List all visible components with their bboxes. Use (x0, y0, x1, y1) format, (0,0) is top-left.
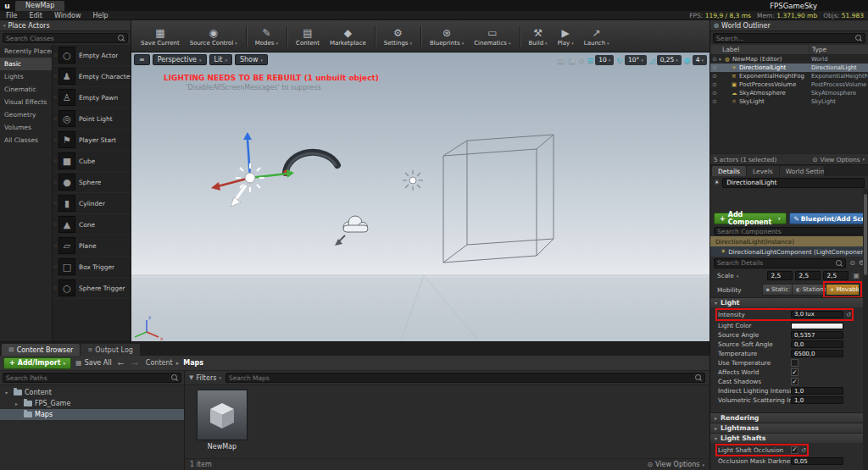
place-actors-header[interactable]: ▾ Place Actors (0, 20, 131, 31)
snap-control[interactable]: ◉ 4▾ (684, 55, 707, 65)
outliner-actor-row[interactable]: ⊙ ☼ SkyLight SkyLight (710, 97, 868, 106)
property-checkbox[interactable] (791, 378, 798, 385)
placeable-actor-item[interactable]: ⁞⁞ ○ Sphere Trigger (53, 278, 131, 299)
asset-grid[interactable]: NewMap 1 item ⊙ View Options ▾ (185, 385, 709, 470)
outliner-actor-row[interactable]: ⊙ ☁ SkyAtmosphere SkyAtmosphere (710, 89, 868, 97)
reset-to-default-icon[interactable]: ↺ (846, 311, 851, 318)
toolbar-button[interactable]: ▶ Play ▾ (553, 21, 579, 52)
search-assets-input[interactable]: Search Maps (225, 373, 705, 383)
folder-tree-item[interactable]: ▸ FPS_Game (0, 398, 184, 409)
menu-item[interactable]: Window (48, 12, 87, 19)
placeable-actor-item[interactable]: ⁞⁞ ◎ Point Light (53, 108, 131, 130)
search-components-input[interactable]: Search Components (714, 227, 865, 235)
expander-caret-icon[interactable]: ▸ (15, 401, 21, 406)
snap-control[interactable]: ◿ 0,25▾ (649, 55, 682, 65)
scale-value-input[interactable]: 2,5 (795, 271, 821, 280)
toolbar-button[interactable]: ◆ Marketplace (325, 21, 371, 52)
category-item[interactable]: Geometry (0, 108, 52, 121)
transform-tool-icon[interactable]: ◨ (568, 56, 576, 64)
placeable-actor-item[interactable]: ⁞⁞ ⚑ Player Start (53, 130, 131, 151)
forward-button[interactable]: → (130, 359, 140, 368)
details-tab[interactable]: Details (712, 166, 746, 176)
add-import-button[interactable]: + Add/Import ▾ (3, 357, 71, 369)
lock-icon[interactable]: ▣ (853, 272, 860, 279)
category-item[interactable]: Lights (0, 70, 52, 83)
menu-item[interactable]: Edit (23, 12, 48, 19)
world-outliner-header[interactable]: ◍ World Outliner (710, 20, 868, 31)
transform-tool-icon[interactable]: ↺ (578, 56, 585, 64)
mobility-option-button[interactable]: ◐ Stationary (792, 284, 826, 296)
outliner-actor-row[interactable]: ⊙ ☀ DirectionalLight DirectionalLight (710, 64, 868, 72)
dock-tab[interactable]: ▤ Content Browser (2, 344, 80, 356)
details-tab[interactable]: Levels (747, 166, 779, 176)
menu-item[interactable]: File (0, 12, 23, 19)
search-details-input[interactable]: Search Details (714, 258, 846, 268)
scale-value-input[interactable]: 2,5 (767, 271, 793, 280)
visibility-eye-icon[interactable]: ⊙ (710, 56, 719, 63)
placeable-actor-item[interactable]: ⁞⁞ ♙ Empty Pawn (53, 87, 131, 108)
save-all-button[interactable]: ▦ Save All (75, 359, 112, 367)
component-tree-row[interactable]: DirectionalLight(Instance) (710, 236, 868, 246)
visibility-eye-icon[interactable]: ⊙ (710, 64, 719, 71)
details-section-header[interactable]: ▸ Lightmass (710, 423, 868, 433)
eye-icon[interactable]: ⊙ (849, 259, 855, 267)
placeable-actor-item[interactable]: ⁞⁞ ■ Cube (53, 151, 131, 172)
reset-to-default-icon[interactable]: ↺ (801, 446, 806, 454)
height-fog-sprite[interactable] (343, 216, 368, 232)
property-checkbox[interactable] (791, 359, 798, 367)
level-tab[interactable]: NewMap (15, 1, 64, 11)
view-options-button[interactable]: ⊙ View Options ▾ (647, 461, 704, 468)
placeable-actor-item[interactable]: ⁞⁞ ○ Empty Actor (53, 45, 131, 66)
details-section-header[interactable]: ▾ Light Shafts (710, 433, 868, 443)
scale-value-input[interactable]: 2,5 (823, 271, 849, 280)
lit-mode-button[interactable]: Lit▾ (209, 54, 232, 65)
toolbar-button[interactable]: ↗ Launch ▾ (579, 21, 615, 52)
light-color-swatch[interactable] (791, 323, 843, 329)
category-item[interactable]: Basic (0, 58, 52, 70)
outliner-actor-row[interactable]: ⊙ ≋ ExponentialHeightFog ExponentialHeig… (710, 72, 868, 80)
property-value-input[interactable]: 0,0 (791, 340, 843, 348)
folder-tree-item[interactable]: ▾ Content (0, 387, 184, 398)
visibility-eye-icon[interactable]: ⊙ (710, 81, 719, 88)
property-value-input[interactable]: 1,0 (791, 396, 843, 404)
property-value-input[interactable]: 3,0 lux (791, 311, 843, 318)
expander-caret-icon[interactable]: ▾ (719, 57, 725, 62)
viewport-options-button[interactable]: ≡ (134, 54, 150, 65)
placeable-actor-item[interactable]: ⁞⁞ ▱ Plane (53, 235, 131, 257)
toolbar-button[interactable]: ✎ Modes ▾ (250, 21, 283, 52)
show-flags-button[interactable]: Show▾ (235, 54, 268, 65)
visibility-eye-icon[interactable]: ⊙ (710, 73, 719, 80)
visibility-eye-icon[interactable]: ⊙ (710, 98, 719, 105)
wireframe-box-brush[interactable] (443, 135, 554, 263)
mobility-option-button[interactable]: + Movable (826, 284, 860, 296)
expander-caret-icon[interactable]: ▾ (5, 390, 11, 395)
category-item[interactable]: Recently Placed (0, 45, 52, 58)
viewport-scene[interactable]: z x y (131, 53, 709, 341)
placeable-actor-item[interactable]: ⁞⁞ ♟ Empty Character (53, 66, 131, 87)
property-value-input[interactable]: 6500,0 (791, 350, 843, 357)
placeable-actor-item[interactable]: ⁞⁞ ▮ Cylinder (53, 193, 131, 214)
category-item[interactable]: Cinematic (0, 83, 52, 96)
toolbar-button[interactable]: ⚙ Settings ▾ (379, 21, 417, 52)
property-value-input[interactable]: 0,5357 (791, 331, 843, 339)
snap-control[interactable]: ↻ 10°▾ (616, 55, 646, 65)
details-tab[interactable]: World Settings (780, 166, 824, 176)
outliner-view-options-button[interactable]: ⊙ View Options ▾ (812, 156, 865, 163)
menu-item[interactable]: Help (86, 12, 114, 19)
mobility-option-button[interactable]: ▪ Static (762, 284, 792, 296)
back-button[interactable]: ← (116, 359, 126, 368)
component-tree-row[interactable]: ☀ DirectionalLightComponent (LightCompon… (710, 246, 868, 257)
outliner-actor-row[interactable]: ⊙ ▾ ◍ NewMap (Editor) World (710, 55, 868, 64)
asset-tile-newmap[interactable]: NewMap (192, 390, 253, 451)
level-viewport[interactable]: ≡ Perspective▾ Lit▾ Show▾ ▦◨↺ ⊞ 10▾ ↻ 10… (131, 53, 709, 341)
toolbar-button[interactable]: ▦ Save Current (136, 21, 185, 52)
placeable-actor-item[interactable]: ⁞⁞ □ Box Trigger (53, 257, 131, 278)
visibility-eye-icon[interactable]: ⊙ (710, 90, 719, 97)
place-actors-search-input[interactable]: Search Classes (3, 33, 128, 43)
property-checkbox[interactable] (791, 446, 798, 454)
property-value-input[interactable]: 0,05 (791, 457, 843, 465)
breadcrumb-item[interactable]: Content (144, 359, 175, 367)
filters-button[interactable]: ▼ Filters ▾ (189, 374, 221, 382)
perspective-button[interactable]: Perspective▾ (153, 54, 207, 65)
search-paths-input[interactable]: Search Paths (3, 373, 181, 383)
